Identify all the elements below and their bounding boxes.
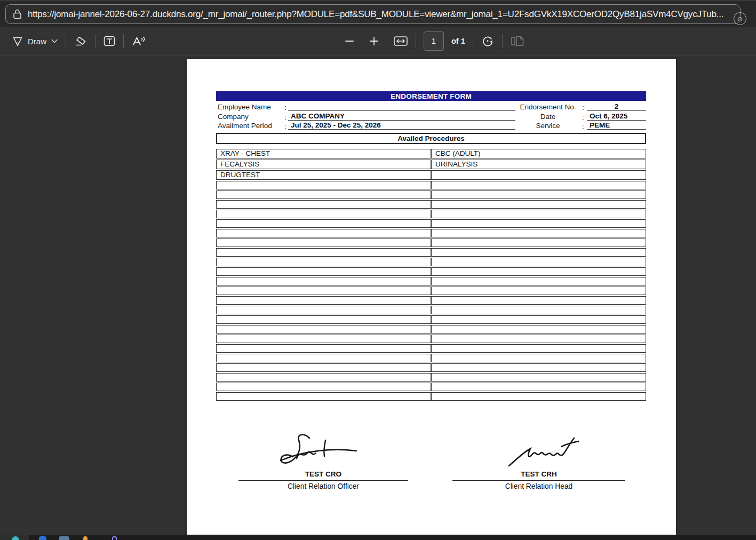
signature-crh [506,436,580,471]
field-endorsement-no: Endorsement No. [515,102,580,111]
procedure-cell [431,335,646,343]
procedure-row [216,190,646,199]
app-taskbar-icon[interactable] [39,536,46,540]
fit-to-width-button[interactable] [393,35,408,47]
procedure-cell [216,344,431,353]
date-value: Oct 6, 2025 [587,112,646,121]
procedure-cell [216,363,431,372]
procedure-cell [431,296,646,305]
procedure-row [216,315,646,324]
page-view-button[interactable] [510,35,525,47]
procedure-row [216,239,646,247]
eraser-button[interactable] [74,35,87,47]
procedure-cell [431,200,646,209]
procedure-cell [431,170,646,180]
procedure-cell [216,181,431,189]
zoom-out-button[interactable] [344,36,355,46]
procedure-cell [431,373,646,382]
procedure-cell [431,229,646,237]
procedure-cell [216,354,431,362]
pdf-toolbar: Draw [0,27,756,55]
draw-button[interactable]: Draw [12,35,58,47]
zoom-indicator-icon[interactable]: ⊖ [734,12,746,25]
page-number-input[interactable] [424,31,444,51]
procedure-row [216,229,646,237]
procedure-cell [431,344,646,353]
procedure-cell [216,200,431,209]
procedure-row [216,258,646,266]
app-taskbar-icon[interactable] [59,536,69,540]
procedure-cell [431,325,646,333]
draw-label: Draw [28,37,46,46]
pdf-viewport[interactable]: ENDORSEMENT FORM Employee Name : Company… [0,55,756,540]
procedure-row [216,210,646,218]
procedure-row [216,248,646,257]
procedures-title: Availed Procedures [216,133,646,144]
endorsement-no-value: 2 [587,102,646,111]
signatory-name: TEST CRO [238,470,408,478]
app-taskbar-icon[interactable] [83,536,87,540]
toolbar-divider [123,34,124,48]
add-text-button[interactable] [103,35,116,47]
toolbar-divider [502,34,503,48]
procedure-cell [431,248,646,257]
field-date: Date [515,112,580,121]
taskbar[interactable] [0,535,756,540]
procedure-row [216,267,646,276]
procedure-cell [216,306,431,314]
browser-chrome: https://jomai-jannel-2026-06-27.duckdns.… [0,0,756,27]
procedure-cell [431,287,646,295]
procedure-row [216,335,646,343]
field-service: Service [515,121,580,130]
procedure-cell [431,181,646,189]
procedure-cell [216,373,431,382]
service-value: PEME [587,121,646,130]
signatory-name: TEST CRH [452,470,625,478]
procedure-cell [431,210,646,218]
procedures-table-body: XRAY - CHESTCBC (ADULT)FECALYSISURINALYS… [216,149,646,401]
procedure-row [216,354,646,362]
procedure-cell [216,392,431,401]
procedure-cell [431,277,646,285]
page-count-label: of 1 [451,37,465,45]
field-availment-period: Availment Period [218,121,272,130]
colon: : [582,113,584,121]
procedure-cell [431,267,646,276]
procedure-cell [431,383,646,391]
procedure-row [216,392,646,401]
browser-taskbar-icon[interactable] [12,536,19,540]
read-aloud-button[interactable] [131,35,146,47]
url-text[interactable]: https://jomai-jannel-2026-06-27.duckdns.… [28,9,723,20]
procedure-cell [431,315,646,324]
field-label: Service [536,122,560,130]
procedure-cell: URINALYSIS [431,160,646,169]
colon: : [582,122,584,130]
signature-cro [276,433,362,474]
procedure-row [216,373,646,382]
procedure-row [216,277,646,285]
procedure-row [216,296,646,305]
lock-icon[interactable] [12,9,22,20]
address-bar[interactable]: https://jomai-jannel-2026-06-27.duckdns.… [5,4,741,24]
procedure-cell [216,315,431,324]
procedure-row [216,219,646,228]
pen-icon [12,35,23,47]
toolbar-divider [416,34,416,48]
procedure-row [216,344,646,353]
procedure-cell [216,210,431,218]
field-label: Availment Period [218,122,272,130]
app-taskbar-icon[interactable] [112,536,117,540]
procedure-cell: FECALYSIS [216,160,431,169]
signatory-title: Client Relation Head [452,482,625,490]
field-label: Endorsement No. [520,103,576,111]
zoom-in-button[interactable] [369,36,379,46]
field-company: Company [218,112,249,121]
field-label: Date [540,113,556,121]
procedure-row [216,363,646,372]
rotate-button[interactable] [481,34,495,48]
colon: : [284,113,287,121]
procedure-cell [216,287,431,295]
company-value: ABC COMPANY [288,112,515,121]
toolbar-divider [473,34,473,48]
procedure-cell [216,248,431,257]
